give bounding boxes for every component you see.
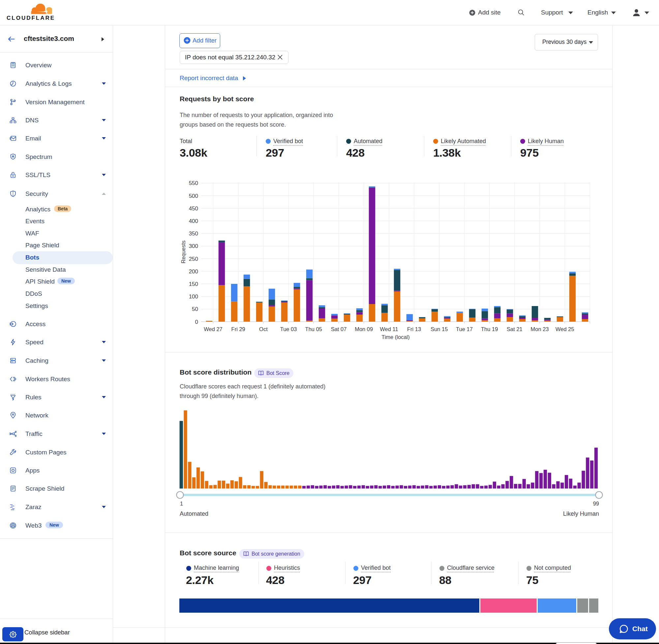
svg-text:0: 0 — [195, 319, 198, 325]
svg-text:Sat 07: Sat 07 — [331, 326, 347, 332]
svg-text:Fri 29: Fri 29 — [231, 326, 245, 332]
svg-text:350: 350 — [189, 230, 198, 237]
svg-text:300: 300 — [189, 243, 198, 249]
svg-text:Sun 15: Sun 15 — [430, 326, 448, 332]
svg-text:500: 500 — [189, 193, 198, 199]
svg-text:Mon 23: Mon 23 — [531, 326, 549, 332]
svg-text:Wed 25: Wed 25 — [556, 326, 574, 332]
svg-text:400: 400 — [189, 218, 198, 224]
svg-text:Mon 09: Mon 09 — [355, 326, 373, 332]
svg-text:Fri 13: Fri 13 — [407, 326, 421, 332]
svg-text:Sat 21: Sat 21 — [507, 326, 522, 332]
svg-text:100: 100 — [189, 294, 198, 300]
svg-text:Time (local): Time (local) — [381, 334, 410, 340]
svg-text:200: 200 — [189, 269, 198, 275]
svg-text:150: 150 — [189, 281, 198, 287]
svg-text:Tue 17: Tue 17 — [456, 326, 473, 332]
svg-text:450: 450 — [189, 205, 198, 212]
svg-text:Wed 11: Wed 11 — [380, 326, 398, 332]
svg-text:50: 50 — [192, 306, 198, 312]
svg-text:250: 250 — [189, 256, 198, 262]
svg-text:550: 550 — [189, 180, 198, 186]
svg-text:Requests: Requests — [180, 240, 186, 263]
svg-text:Thu 19: Thu 19 — [481, 326, 498, 332]
svg-text:Wed 27: Wed 27 — [204, 326, 222, 332]
svg-text:Tue 03: Tue 03 — [280, 326, 297, 332]
svg-text:Thu 05: Thu 05 — [305, 326, 322, 332]
svg-text:Oct: Oct — [259, 326, 268, 332]
